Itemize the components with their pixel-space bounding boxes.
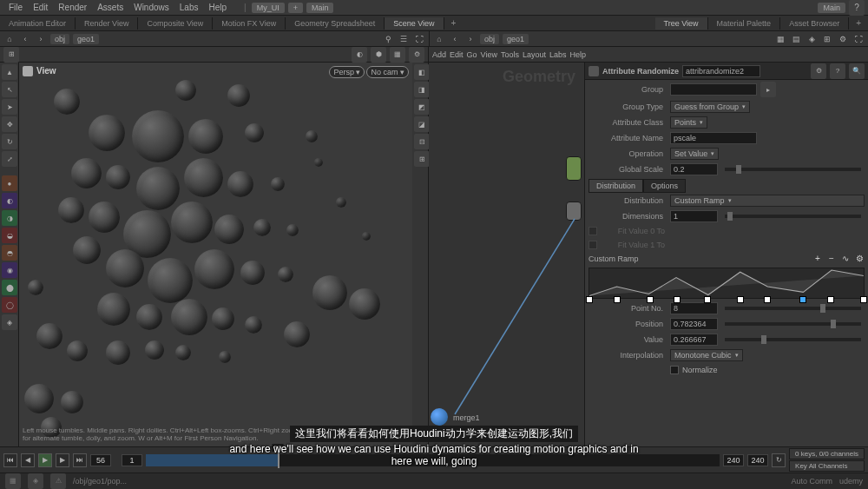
- move-icon[interactable]: ✥: [2, 116, 17, 132]
- back-icon-r[interactable]: ‹: [449, 33, 461, 45]
- position-field[interactable]: [670, 318, 718, 330]
- net-menu-layout[interactable]: Layout: [523, 50, 546, 59]
- tool-icon-1[interactable]: ▦: [774, 33, 786, 45]
- tool-f-icon[interactable]: ◈: [2, 314, 17, 330]
- view-cube-icon[interactable]: [23, 66, 33, 76]
- attr-class-dropdown[interactable]: Points: [670, 116, 707, 129]
- disp-icon-4[interactable]: ◪: [414, 116, 430, 132]
- tab-material-palette[interactable]: Material Palette: [708, 17, 781, 30]
- ramp-gear-icon[interactable]: ⚙: [854, 254, 865, 264]
- net-menu-help[interactable]: Help: [569, 50, 586, 59]
- paint-icon[interactable]: ◑: [2, 210, 17, 226]
- path-geo1[interactable]: geo1: [73, 34, 99, 44]
- cursor-icon[interactable]: ↖: [2, 82, 17, 97]
- distribution-tab[interactable]: Distribution: [589, 179, 643, 193]
- timeline-track[interactable]: 56: [146, 454, 720, 466]
- menu-labs[interactable]: Labs: [174, 3, 204, 12]
- auto-commit-label[interactable]: Auto Comm: [791, 477, 832, 486]
- node-type-icon[interactable]: [589, 66, 599, 76]
- path-geo1-r[interactable]: geo1: [503, 34, 529, 44]
- current-frame-field[interactable]: [90, 454, 111, 466]
- tool-a-icon[interactable]: ◒: [2, 228, 17, 243]
- camera-dropdown[interactable]: Persp ▾: [329, 66, 365, 78]
- last-frame-button[interactable]: ⏭: [73, 453, 87, 467]
- tab-render-view[interactable]: Render View: [76, 17, 138, 30]
- back-icon[interactable]: ‹: [19, 33, 31, 45]
- grid-icon[interactable]: ⊞: [3, 47, 19, 63]
- tool-b-icon[interactable]: ◓: [2, 245, 17, 261]
- arrow-icon[interactable]: ➤: [2, 99, 17, 115]
- main-tag[interactable]: Main: [306, 3, 334, 13]
- desktop-plus[interactable]: +: [288, 3, 303, 13]
- menu-icon[interactable]: ☰: [398, 33, 410, 45]
- fit0-checkbox[interactable]: [589, 227, 597, 235]
- expand-icon-r[interactable]: ⛶: [852, 33, 865, 45]
- options-tab[interactable]: Options: [643, 179, 686, 193]
- node-merge[interactable]: [431, 408, 448, 426]
- 3d-viewport[interactable]: View Persp ▾ No cam ▾: [19, 63, 412, 446]
- tool-icon-4[interactable]: ⊞: [821, 33, 833, 45]
- tab-plus-left[interactable]: +: [444, 17, 464, 30]
- net-menu-labs[interactable]: Labs: [549, 50, 567, 59]
- net-menu-tools[interactable]: Tools: [501, 50, 519, 59]
- point-no-slider[interactable]: [725, 307, 861, 310]
- prev-frame-button[interactable]: ◀: [21, 453, 35, 467]
- node-name-field[interactable]: [682, 65, 760, 77]
- expand-icon[interactable]: ⛶: [413, 33, 425, 45]
- net-menu-go[interactable]: Go: [467, 50, 477, 59]
- param-gear-icon[interactable]: ⚙: [811, 63, 826, 79]
- value-slider[interactable]: [725, 338, 861, 341]
- net-menu-add[interactable]: Add: [432, 50, 446, 59]
- nocam-dropdown[interactable]: No cam ▾: [366, 66, 409, 78]
- ramp-curve-icon[interactable]: ∿: [840, 254, 851, 264]
- tab-motion-fx[interactable]: Motion FX View: [213, 17, 286, 30]
- disp-icon-1[interactable]: ◧: [414, 64, 430, 80]
- normalize-checkbox[interactable]: [670, 366, 679, 374]
- menu-windows[interactable]: Windows: [128, 3, 174, 12]
- dimensions-slider[interactable]: [725, 215, 861, 218]
- group-field[interactable]: [670, 83, 757, 96]
- tab-geometry-spreadsheet[interactable]: Geometry Spreadsheet: [286, 17, 385, 30]
- tab-tree-view[interactable]: Tree View: [655, 17, 708, 30]
- disp-icon-2[interactable]: ◨: [414, 82, 430, 97]
- first-frame-button[interactable]: ⏮: [3, 453, 17, 467]
- tab-composite-view[interactable]: Composite View: [138, 17, 213, 30]
- tool-e-icon[interactable]: ◯: [2, 297, 17, 313]
- menu-edit[interactable]: Edit: [28, 3, 53, 12]
- scale-icon[interactable]: ⤢: [2, 151, 17, 167]
- tab-asset-browser[interactable]: Asset Browser: [780, 17, 849, 30]
- tab-scene-view[interactable]: Scene View: [385, 17, 444, 30]
- param-search-icon[interactable]: 🔍: [849, 63, 865, 79]
- node-grey[interactable]: [566, 202, 582, 221]
- tool-icon-3[interactable]: ◈: [806, 33, 818, 45]
- menu-file[interactable]: File: [3, 3, 28, 12]
- key-all-button[interactable]: Key All Channels: [789, 460, 865, 472]
- status-icon-2[interactable]: ◈: [28, 473, 43, 489]
- loop-button[interactable]: ↻: [772, 453, 786, 467]
- ramp-add-icon[interactable]: +: [812, 254, 823, 264]
- disp-icon-5[interactable]: ⊟: [414, 134, 430, 149]
- display-icon-3[interactable]: ▦: [390, 47, 405, 63]
- net-menu-view[interactable]: View: [481, 50, 497, 59]
- play-button[interactable]: ▶: [38, 453, 52, 467]
- interp-dropdown[interactable]: Monotone Cubic: [670, 349, 743, 361]
- disp-icon-3[interactable]: ◩: [414, 99, 430, 115]
- sculpt-icon[interactable]: ◐: [2, 193, 17, 208]
- ramp-remove-icon[interactable]: −: [826, 254, 837, 264]
- tool-icon-2[interactable]: ▤: [790, 33, 802, 45]
- path-obj[interactable]: obj: [50, 34, 69, 44]
- distribution-dropdown[interactable]: Custom Ramp: [670, 195, 865, 207]
- param-help-icon[interactable]: ?: [830, 63, 845, 79]
- pin-icon[interactable]: ⚲: [382, 33, 394, 45]
- net-menu-edit[interactable]: Edit: [450, 50, 464, 59]
- disp-icon-6[interactable]: ⊞: [414, 151, 430, 167]
- operation-dropdown[interactable]: Set Value: [670, 148, 719, 160]
- position-slider[interactable]: [725, 322, 861, 326]
- fit1-checkbox[interactable]: [589, 241, 597, 249]
- point-no-field[interactable]: [670, 302, 718, 314]
- brush-icon[interactable]: ●: [2, 175, 17, 191]
- help-icon[interactable]: ?: [849, 0, 865, 16]
- group-type-dropdown[interactable]: Guess from Group: [670, 101, 750, 113]
- gear-icon[interactable]: ⚙: [409, 47, 424, 63]
- rotate-icon[interactable]: ↻: [2, 134, 17, 149]
